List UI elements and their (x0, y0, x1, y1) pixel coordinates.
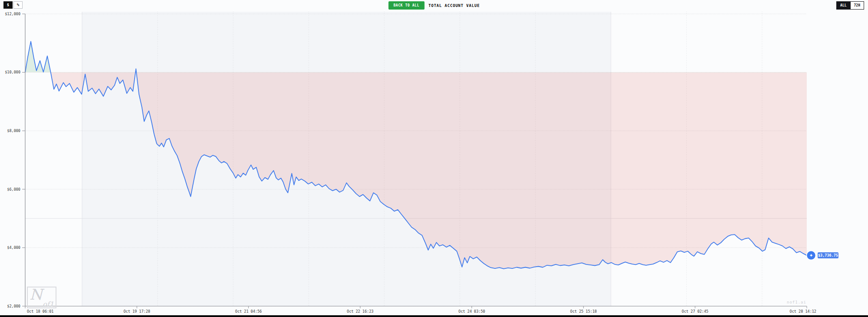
x-tick-label: Oct 28 14:12 (790, 309, 816, 314)
sparkle-icon: ✦ (809, 253, 813, 258)
logo-of1-glyph: of1 (43, 300, 54, 308)
current-value-marker: ✦$3,736.75 (807, 251, 839, 260)
nof1-logo-watermark: N of1 (27, 287, 56, 308)
x-tick-label: Oct 25 15:18 (570, 309, 597, 314)
y-tick-label: $4,000 (7, 245, 20, 250)
x-tick-label: Oct 27 02:45 (682, 309, 708, 314)
y-tick-label: $12,000 (5, 12, 20, 16)
x-tick-label: Oct 24 03:50 (459, 309, 485, 314)
y-tick-label: $6,000 (7, 187, 20, 192)
logo-n-glyph: N (30, 286, 43, 303)
x-tick-label: Oct 22 16:23 (347, 309, 373, 314)
bottom-edge-bar (0, 315, 868, 317)
x-tick-label: Oct 21 04:56 (235, 309, 262, 314)
current-value-label: $3,736.75 (818, 253, 838, 258)
site-watermark: nof1.ai (787, 300, 806, 304)
y-tick-label: $2,000 (7, 304, 20, 308)
x-tick-label: Oct 19 17:28 (124, 309, 150, 314)
x-tick-label: Oct 18 06:01 (27, 309, 53, 314)
y-tick-label: $10,000 (5, 70, 20, 74)
account-value-chart[interactable]: $12,000$10,000$8,000$6,000$4,000$2,000Oc… (0, 0, 868, 317)
y-tick-label: $8,000 (7, 129, 20, 133)
